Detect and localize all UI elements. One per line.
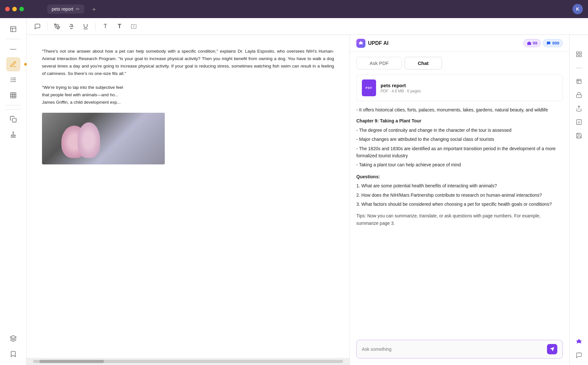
pdf-paragraph-1: "There's not one answer about how a pet … — [42, 48, 334, 78]
question-2: 2. How does the NIH/Mars Partnership con… — [356, 192, 563, 199]
active-indicator — [24, 63, 27, 66]
right-icon-ocr[interactable] — [573, 48, 585, 60]
toolbar-pen-icon[interactable] — [51, 21, 63, 32]
svg-marker-12 — [10, 336, 16, 339]
pdf-file-icon: PDF — [362, 79, 376, 96]
sidebar-divider-1 — [5, 39, 21, 39]
svg-rect-20 — [579, 52, 581, 54]
ai-title: UPDF AI — [368, 40, 388, 46]
toolbar-box-text-icon[interactable]: T — [128, 21, 140, 32]
sidebar-item-bookmark[interactable] — [6, 347, 20, 361]
pdf-info-card: PDF pets report PDF · 4.8 MB · 6 pages — [356, 75, 563, 101]
right-sidebar: — — [569, 35, 588, 365]
sidebar-item-stamp[interactable] — [6, 128, 20, 142]
toolbar-divider-2 — [95, 23, 96, 30]
pdf-section: "There's not one answer about how a pet … — [26, 35, 350, 365]
chat-bullet-1: - The degree of continuity and change in… — [356, 127, 563, 134]
minimize-button[interactable] — [12, 7, 17, 11]
title-bar: pets report ✏ ＋ K — [0, 0, 588, 18]
questions-section: Questions: 1. What are some potential he… — [356, 173, 563, 208]
credit-badge-blue: 999 — [543, 39, 563, 47]
avatar: K — [572, 4, 583, 14]
svg-rect-6 — [10, 93, 16, 98]
chat-input[interactable] — [362, 347, 544, 352]
main-content: — — [0, 18, 588, 365]
ai-tabs: Ask PDF Chat — [350, 52, 569, 69]
sidebar-divider-2 — [5, 105, 21, 105]
sidebar-item-pen[interactable] — [6, 57, 20, 71]
sidebar-item-copy[interactable] — [6, 112, 20, 126]
maximize-button[interactable] — [19, 7, 24, 11]
content-area: T T T "There's not one answer about how … — [26, 18, 588, 365]
svg-rect-21 — [576, 55, 578, 57]
svg-rect-19 — [576, 52, 578, 54]
pdf-image — [42, 113, 165, 164]
tab[interactable]: pets report ✏ — [47, 5, 84, 14]
svg-rect-23 — [577, 79, 581, 83]
sidebar-item-checklist[interactable] — [6, 73, 20, 87]
toolbar-comment-icon[interactable] — [32, 21, 43, 32]
traffic-lights — [5, 7, 24, 11]
left-sidebar: — — [0, 18, 26, 365]
sidebar-item-pen-wrapper — [6, 57, 20, 71]
ai-credits: 99 999 — [523, 39, 563, 47]
toolbar: T T T — [26, 18, 588, 35]
sidebar-item-table[interactable] — [6, 88, 20, 102]
ai-logo-icon — [356, 39, 365, 48]
pdf-file-meta: PDF · 4.8 MB · 6 pages — [381, 89, 421, 93]
right-icon-security[interactable] — [573, 89, 585, 101]
svg-rect-0 — [10, 26, 16, 32]
edit-icon[interactable]: ✏ — [76, 6, 80, 12]
right-icon-chat[interactable] — [573, 349, 585, 361]
close-button[interactable] — [5, 7, 10, 11]
chat-input-area — [350, 336, 569, 365]
chapter9-title: Chapter 9: Taking a Plant Tour — [356, 117, 563, 124]
sidebar-item-minus[interactable]: — — [6, 42, 20, 56]
question-1: 1. What are some potential health benefi… — [356, 182, 563, 189]
chat-bullet-2: - Major changes are attributed to the ch… — [356, 136, 563, 143]
toolbar-divider-1 — [47, 23, 47, 30]
svg-rect-22 — [579, 55, 581, 57]
right-icon-save[interactable] — [573, 130, 585, 141]
right-icon-share[interactable] — [573, 103, 585, 114]
right-icon-ai[interactable] — [573, 336, 585, 348]
question-3: 3. What factors should be considered whe… — [356, 201, 563, 208]
credits-purple-value: 99 — [533, 41, 537, 46]
sidebar-item-layers[interactable] — [6, 331, 20, 346]
ai-header: UPDF AI 99 999 — [350, 35, 569, 52]
toolbar-underline-icon[interactable] — [80, 21, 91, 32]
svg-rect-18 — [527, 42, 531, 45]
horizontal-scrollbar[interactable] — [33, 360, 343, 363]
sidebar-divider-3 — [5, 109, 21, 110]
chat-bullet-4: - Taking a plant tour can help achieve p… — [356, 161, 563, 168]
pdf-page: "There's not one answer about how a pet … — [26, 35, 350, 358]
svg-rect-11 — [12, 118, 16, 122]
tips-text: Tips: Now you can summarize, translate, … — [356, 212, 563, 227]
pdf-file-name: pets report — [381, 83, 421, 88]
svg-text:T: T — [133, 25, 135, 28]
pdf-and-ai: "There's not one answer about how a pet … — [26, 35, 588, 365]
credits-blue-value: 999 — [552, 41, 559, 46]
right-icon-sign[interactable] — [573, 116, 585, 128]
ai-panel: UPDF AI 99 999 Ask PDF — [350, 35, 569, 365]
right-icon-minimize[interactable]: — — [573, 62, 585, 74]
tab-ask-pdf[interactable]: Ask PDF — [356, 57, 402, 69]
pdf-paragraph-2: "We're trying to tap into the subjective… — [42, 84, 334, 106]
credit-badge-purple: 99 — [523, 39, 541, 47]
svg-rect-24 — [576, 95, 581, 98]
chat-line-1: - It offers historical cities, forts, pa… — [356, 106, 563, 113]
chat-input-wrapper — [356, 340, 563, 359]
new-tab-button[interactable]: ＋ — [91, 5, 97, 14]
pdf-file-label: PDF — [366, 86, 373, 89]
chat-content: - It offers historical cities, forts, pa… — [350, 101, 569, 336]
send-button[interactable] — [547, 344, 557, 354]
chat-bullet-3: - The 1820s and 1830s are identified as … — [356, 145, 563, 160]
sidebar-item-reader[interactable] — [6, 22, 20, 36]
toolbar-text-icon[interactable]: T — [100, 21, 111, 32]
svg-point-13 — [57, 26, 58, 26]
toolbar-bold-text-icon[interactable]: T — [114, 21, 125, 32]
tab-chat[interactable]: Chat — [404, 57, 442, 69]
toolbar-strikethrough-icon[interactable] — [66, 21, 77, 32]
right-icon-convert[interactable] — [573, 76, 585, 87]
pdf-info-text: pets report PDF · 4.8 MB · 6 pages — [381, 83, 421, 93]
